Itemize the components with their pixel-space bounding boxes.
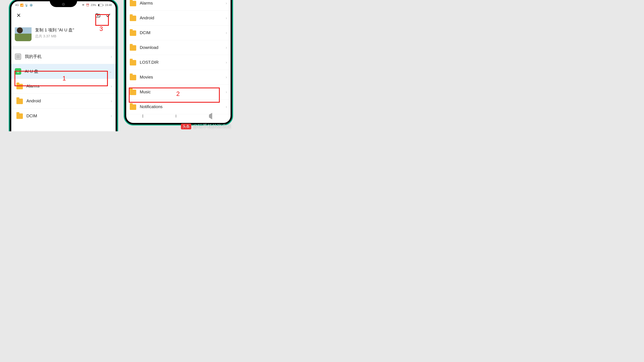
folder-icon bbox=[130, 104, 136, 110]
annotation-number-1: 1 bbox=[62, 75, 66, 82]
copy-title: 复制 1 项到 "AI U 盘" bbox=[35, 27, 74, 33]
chevron-right-icon: › bbox=[226, 105, 227, 109]
folder-label: Movies bbox=[140, 75, 153, 80]
annotation-number-2: 2 bbox=[176, 90, 180, 97]
chevron-right-icon: › bbox=[226, 60, 227, 65]
folder-row[interactable]: DCIM › bbox=[11, 108, 116, 123]
folder-row[interactable]: Alarms › bbox=[126, 0, 230, 11]
folder-icon bbox=[130, 1, 136, 6]
folder-icon bbox=[130, 30, 136, 36]
file-thumbnail bbox=[15, 24, 32, 41]
wifi-icon: 📡 bbox=[25, 3, 28, 7]
chevron-right-icon: › bbox=[226, 75, 227, 79]
phone-frame-right: Alarms › Android › DCIM › Download › LOS… bbox=[124, 0, 233, 125]
section-divider bbox=[11, 46, 116, 49]
app-icons: ⚙️ bbox=[30, 3, 33, 7]
chevron-right-icon: › bbox=[226, 30, 227, 35]
close-icon[interactable] bbox=[16, 12, 22, 18]
annotation-box-3 bbox=[95, 14, 109, 26]
annotation-number-3: 3 bbox=[100, 25, 103, 32]
eye-icon: 👁 bbox=[82, 3, 85, 7]
watermark: 头条 @玩手机的张先生 bbox=[181, 123, 232, 130]
folder-label: Notifications bbox=[140, 104, 162, 109]
folder-label: LOST.DIR bbox=[140, 60, 158, 65]
annotation-box-2 bbox=[129, 87, 220, 103]
recent-apps-button[interactable] bbox=[142, 115, 143, 118]
folder-icon bbox=[130, 60, 136, 65]
destination-my-phone[interactable]: 我的手机 › bbox=[11, 49, 116, 64]
watermark-badge: 头条 bbox=[181, 124, 191, 129]
network-label: 4G bbox=[15, 3, 19, 7]
chevron-right-icon: › bbox=[226, 1, 227, 5]
chevron-down-icon: ⌄ bbox=[109, 69, 112, 74]
folder-row[interactable]: Download › bbox=[126, 40, 230, 55]
folder-label: DCIM bbox=[26, 113, 37, 118]
watermark-handle: @玩手机的张先生 bbox=[193, 123, 232, 130]
home-button[interactable] bbox=[176, 115, 176, 118]
chevron-right-icon: › bbox=[226, 16, 227, 20]
back-button[interactable] bbox=[209, 115, 214, 118]
notch bbox=[50, 1, 77, 7]
phone-screen-right: Alarms › Android › DCIM › Download › LOS… bbox=[126, 0, 230, 123]
clock: 19:48 bbox=[105, 3, 112, 7]
folder-row[interactable]: DCIM › bbox=[126, 25, 230, 40]
android-nav-bar bbox=[126, 111, 230, 121]
folder-label: Android bbox=[140, 15, 154, 20]
row-label: 我的手机 bbox=[25, 54, 42, 59]
folder-icon bbox=[130, 45, 136, 51]
battery-percent: 23% bbox=[91, 3, 96, 7]
folder-icon bbox=[130, 15, 136, 21]
chevron-right-icon: › bbox=[111, 114, 112, 118]
folder-row[interactable]: Movies › bbox=[126, 70, 230, 85]
chevron-right-icon: › bbox=[111, 99, 112, 103]
folder-label: Download bbox=[140, 45, 158, 50]
folder-label: DCIM bbox=[140, 30, 150, 35]
battery-icon bbox=[98, 4, 103, 6]
folder-label: Android bbox=[26, 98, 41, 103]
signal-icon: 📶 bbox=[20, 3, 24, 7]
chevron-right-icon: › bbox=[111, 84, 112, 88]
folder-icon bbox=[16, 113, 23, 119]
chevron-right-icon: › bbox=[111, 54, 112, 59]
copy-size: 总共 3.37 MB bbox=[35, 34, 74, 39]
folder-row[interactable]: LOST.DIR › bbox=[126, 55, 230, 70]
folder-label: Alarms bbox=[140, 1, 153, 6]
phone-icon bbox=[15, 53, 21, 60]
folder-row[interactable]: Android › bbox=[126, 11, 230, 25]
chevron-right-icon: › bbox=[226, 90, 227, 94]
folder-icon bbox=[16, 99, 23, 104]
folder-row[interactable]: Android › bbox=[11, 94, 116, 108]
chevron-right-icon: › bbox=[226, 45, 227, 50]
annotation-box-1 bbox=[14, 71, 108, 86]
alarm-icon: ⏰ bbox=[86, 3, 89, 7]
folder-icon bbox=[130, 75, 136, 80]
